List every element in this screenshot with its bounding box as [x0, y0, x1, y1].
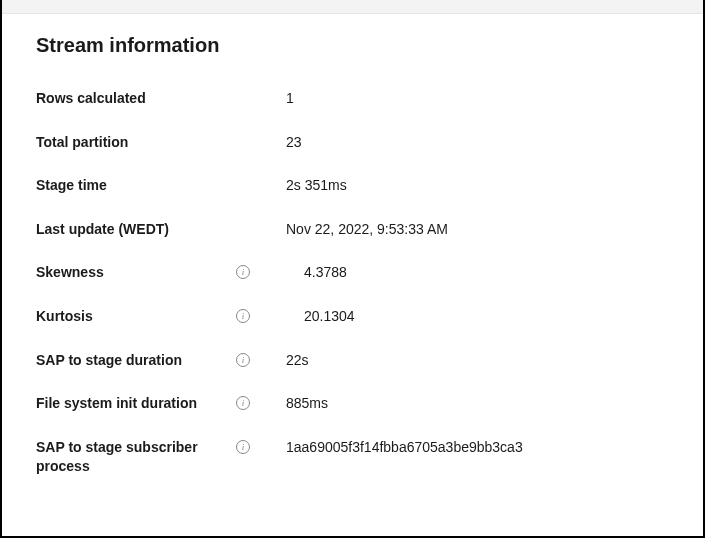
- info-col: i: [236, 438, 286, 454]
- value-skewness: 4.3788: [286, 263, 347, 283]
- info-col: [236, 89, 286, 91]
- row-stage-time: Stage time 2s 351ms: [36, 164, 669, 208]
- row-last-update: Last update (WEDT) Nov 22, 2022, 9:53:33…: [36, 208, 669, 252]
- label-skewness: Skewness: [36, 263, 236, 283]
- info-icon[interactable]: i: [236, 440, 250, 454]
- value-sap-to-stage-duration: 22s: [286, 351, 309, 371]
- row-total-partition: Total partition 23: [36, 121, 669, 165]
- value-last-update: Nov 22, 2022, 9:53:33 AM: [286, 220, 448, 240]
- label-sap-to-stage-subscriber: SAP to stage subscriber process: [36, 438, 236, 477]
- value-sap-to-stage-subscriber: 1aa69005f3f14fbba6705a3be9bb3ca3: [286, 438, 523, 458]
- info-icon[interactable]: i: [236, 396, 250, 410]
- info-icon[interactable]: i: [236, 309, 250, 323]
- info-icon[interactable]: i: [236, 265, 250, 279]
- row-sap-to-stage-duration: SAP to stage duration i 22s: [36, 339, 669, 383]
- panel-title: Stream information: [36, 34, 669, 57]
- label-file-system-init-duration: File system init duration: [36, 394, 236, 414]
- info-icon[interactable]: i: [236, 353, 250, 367]
- value-kurtosis: 20.1304: [286, 307, 355, 327]
- value-file-system-init-duration: 885ms: [286, 394, 328, 414]
- row-skewness: Skewness i 4.3788: [36, 251, 669, 295]
- info-col: i: [236, 351, 286, 367]
- label-last-update: Last update (WEDT): [36, 220, 236, 240]
- value-total-partition: 23: [286, 133, 302, 153]
- label-total-partition: Total partition: [36, 133, 236, 153]
- info-col: [236, 220, 286, 222]
- info-col: i: [236, 263, 286, 279]
- row-sap-to-stage-subscriber: SAP to stage subscriber process i 1aa690…: [36, 426, 669, 489]
- info-col: i: [236, 394, 286, 410]
- top-strip: [2, 0, 703, 14]
- row-file-system-init-duration: File system init duration i 885ms: [36, 382, 669, 426]
- label-sap-to-stage-duration: SAP to stage duration: [36, 351, 236, 371]
- value-stage-time: 2s 351ms: [286, 176, 347, 196]
- stream-info-panel: Stream information Rows calculated 1 Tot…: [2, 14, 703, 509]
- row-kurtosis: Kurtosis i 20.1304: [36, 295, 669, 339]
- info-col: i: [236, 307, 286, 323]
- label-stage-time: Stage time: [36, 176, 236, 196]
- label-kurtosis: Kurtosis: [36, 307, 236, 327]
- label-rows-calculated: Rows calculated: [36, 89, 236, 109]
- info-col: [236, 176, 286, 178]
- value-rows-calculated: 1: [286, 89, 294, 109]
- row-rows-calculated: Rows calculated 1: [36, 77, 669, 121]
- info-col: [236, 133, 286, 135]
